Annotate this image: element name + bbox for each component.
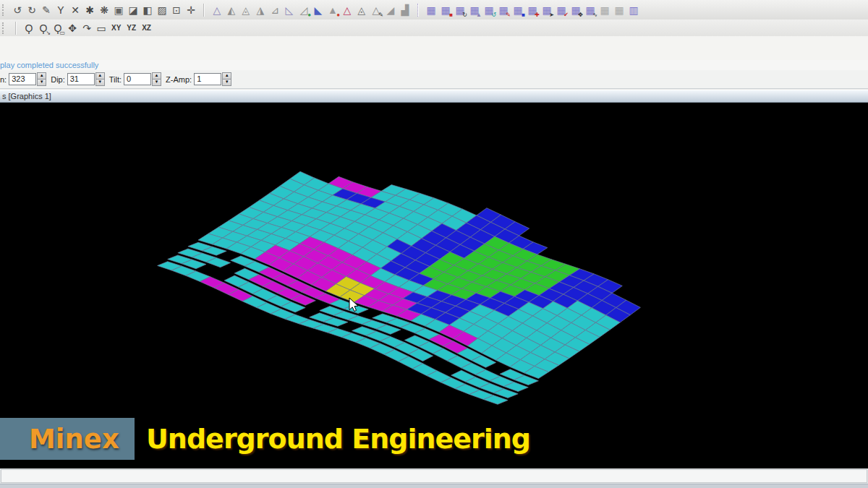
view-redo-button[interactable]: ↻ [25,3,39,17]
rotate-view-button[interactable]: ↷ [80,21,94,35]
grid-rotate-button[interactable]: ▦↻ [453,3,467,17]
dip-spin-up-button[interactable] [95,72,105,80]
grid-move-accent-icon: ✥ [578,12,583,18]
graphics-window-titlebar[interactable]: s [Graphics 1] [0,90,868,103]
tilt-label: Tilt: [109,75,122,84]
z-amp-label: Z-Amp: [166,75,192,84]
toolbar-group-edit: ↺↻✎Y✕✱❋▣◪◧▨⊡✛ [10,3,198,17]
grid-check-button[interactable]: ▦✔ [554,3,569,17]
pan-view-button[interactable]: ✥ [65,21,80,35]
string-cross-button[interactable]: ✕ [68,3,82,17]
grid-triangulate-button[interactable]: ▦▲ [467,3,482,17]
grid-tool-a-icon: ▦ [600,5,609,15]
view-undo-icon: ↺ [13,5,22,15]
z-amp-control: Z-Amp: 1 [166,72,231,86]
grid-fill-button[interactable]: ▦■ [438,3,453,17]
string-branch-button[interactable]: Y [54,3,68,17]
tri-archive-icon: ▟ [401,5,409,15]
grid-tool-b-button[interactable]: ▦ [612,3,626,17]
tilt-spin-up-button[interactable] [152,72,161,80]
view-undo-button[interactable]: ↺ [10,3,25,17]
rotation-spin-up-button[interactable] [37,72,46,80]
point-levels-button[interactable]: ✛ [184,3,198,17]
snap-point-icon: ✱ [85,5,94,15]
string-branch-icon: Y [57,5,64,15]
grid-add-button[interactable]: ▦✚ [525,3,540,17]
status-line: play completed successfully [0,60,868,70]
toolbar-grip[interactable] [2,4,7,16]
grid-tool-a-button[interactable]: ▦ [597,3,612,17]
tri-section-button[interactable]: ⊿ [268,3,282,17]
view-xy-button[interactable]: XY [111,24,121,32]
grid-refresh-button[interactable]: ▦↺ [482,3,496,17]
dip-label: Dip: [51,75,65,84]
grid-pick-button[interactable]: ▦➤ [540,3,554,17]
digitise-pencil-button[interactable]: ✎ [39,3,54,17]
tri-rotate-button[interactable]: ◬ [239,3,253,17]
tri-label-button[interactable]: △ [340,3,354,17]
snap-star-button[interactable]: ❋ [97,3,111,17]
zoom-previous-button[interactable]: Ϙ↘ [36,21,51,35]
dip-spinner [95,72,105,86]
tri-solid-button[interactable]: ◭ [224,3,239,17]
rotation-label: n: [0,75,7,84]
z-amp-spin-down-button[interactable] [222,80,231,86]
grid-triangulate-accent-icon: ▲ [476,12,482,18]
grid-display-button[interactable]: ▦ [424,3,438,17]
grid-cell-button[interactable]: ▦■ [511,3,525,17]
tri-archive-button[interactable]: ▟ [398,3,412,17]
toolbar-separator [417,4,419,17]
grid-edit-button[interactable]: ▦✎ [496,3,511,17]
toolbar-group-triangulation: △◭◬◮⊿◺◿●◣▲●△◬△✎◢▟ [210,3,412,17]
grid-add-accent-icon: ✚ [535,12,540,18]
zoom-extents-button[interactable]: ▭ [94,21,109,35]
dip-spin-down-button[interactable] [95,80,105,86]
tilt-spin-down-button[interactable] [152,80,161,86]
tilt-input[interactable]: 0 [124,73,151,85]
grid-smooth-button[interactable]: ▦∿ [583,3,597,17]
tri-copy-button[interactable]: ◢ [383,3,398,17]
snap-point-button[interactable]: ✱ [82,3,97,17]
select-window-button[interactable]: ⊡ [169,3,184,17]
z-amp-spinner [222,72,231,86]
graphics-window-title: s [Graphics 1] [2,92,51,100]
tilt-spinner [152,72,161,86]
z-amp-input[interactable]: 1 [194,73,221,85]
grid-pick-accent-icon: ➤ [549,12,554,18]
view-redo-icon: ↻ [27,5,36,15]
view-xz-button[interactable]: XZ [142,24,151,32]
zoom-window-button[interactable]: Ϙ▭ [51,21,65,35]
zoom-dynamic-icon: Ϙ [25,23,33,33]
view-yz-button[interactable]: YZ [127,24,136,32]
header-blank-strip [0,36,868,60]
z-amp-spin-up-button[interactable] [222,72,231,80]
tri-edit-button[interactable]: △✎ [369,3,383,17]
dip-input[interactable]: 31 [67,73,95,85]
tri-mask-button[interactable]: ◬ [354,3,369,17]
grid-display-icon: ▦ [426,5,435,15]
rotation-input[interactable]: 323 [9,73,36,85]
toolbar-grip[interactable] [2,22,7,34]
grid-frame-icon: ▥ [629,5,638,15]
rotation-spin-down-button[interactable] [37,80,46,86]
zoom-window-accent-icon: ▭ [59,30,65,36]
tri-save-button[interactable]: ◣ [311,3,326,17]
tri-query-button[interactable]: ◿● [297,3,311,17]
zoom-extents-icon: ▭ [96,23,106,33]
toolbar-separator [15,22,17,35]
grid-frame-button[interactable]: ▥ [626,3,641,17]
status-message: play completed successfully [0,61,98,69]
solid-shade-2-button[interactable]: ◧ [140,3,155,17]
tri-display-button[interactable]: △ [210,3,224,17]
grid-move-button[interactable]: ▦✥ [569,3,583,17]
copy-frame-button[interactable]: ▣ [111,3,126,17]
solid-hatch-button[interactable]: ▨ [155,3,169,17]
point-levels-icon: ✛ [187,5,195,15]
tri-display-icon: △ [213,5,221,15]
solid-shade-1-button[interactable]: ◪ [126,3,140,17]
zoom-dynamic-button[interactable]: Ϙ [22,21,36,35]
tri-point-button[interactable]: ▲● [326,3,340,17]
tri-contour-button[interactable]: ◮ [253,3,268,17]
tri-clip-button[interactable]: ◺ [282,3,297,17]
graphics-viewport[interactable]: Minex Underground Engineering [0,103,868,468]
